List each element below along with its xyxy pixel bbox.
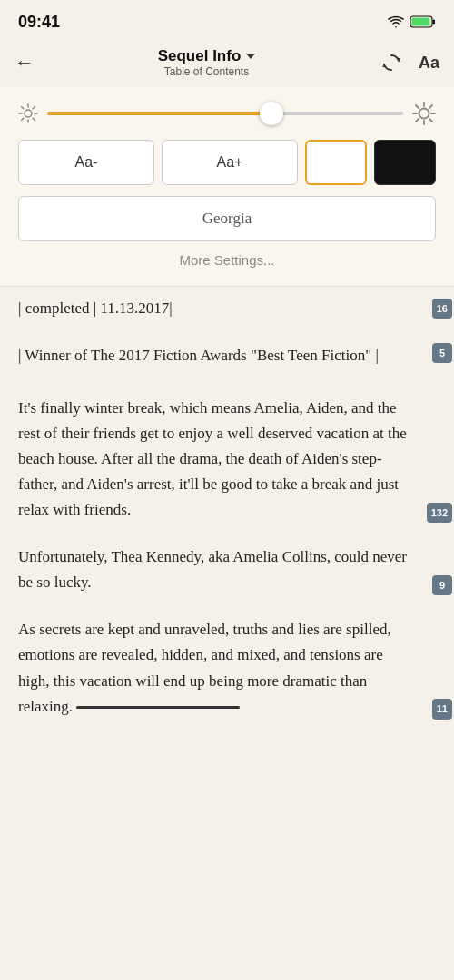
comment-badge-11[interactable]: 11 [432, 699, 452, 719]
svg-rect-1 [433, 20, 436, 24]
brightness-low-icon [18, 103, 38, 123]
svg-point-3 [25, 110, 32, 117]
svg-line-10 [33, 107, 35, 109]
svg-line-9 [33, 118, 35, 120]
brightness-slider-thumb[interactable] [260, 102, 283, 125]
reading-progress-underline [76, 706, 240, 709]
theme-black-button[interactable] [374, 140, 436, 185]
settings-panel: Aa- Aa+ Georgia More Settings... [0, 87, 454, 287]
brightness-row [18, 102, 436, 125]
nav-right: Aa [379, 50, 439, 75]
para-secrets: As secrets are kept and unraveled, truth… [18, 617, 436, 719]
font-settings-button[interactable]: Aa [419, 54, 439, 73]
chevron-down-icon[interactable] [246, 54, 255, 59]
status-time: 09:41 [18, 13, 60, 32]
more-settings-button[interactable]: More Settings... [18, 252, 436, 268]
nav-bar: ← Sequel Info Table of Contents Aa [0, 40, 454, 87]
status-bar: 09:41 [0, 0, 454, 40]
para-winner: | Winner of The 2017 Fiction Awards "Bes… [18, 343, 436, 368]
para-unfortunately: Unfortunately, Thea Kennedy, aka Amelia … [18, 544, 436, 595]
svg-rect-2 [412, 18, 430, 26]
svg-point-12 [419, 109, 429, 119]
font-selector[interactable]: Georgia [18, 196, 436, 241]
comment-badge-5[interactable]: 5 [432, 343, 452, 363]
svg-line-17 [416, 105, 419, 108]
back-button[interactable]: ← [15, 51, 35, 74]
battery-icon [410, 15, 436, 28]
comment-badge-132[interactable]: 132 [427, 503, 452, 523]
comment-badge-9[interactable]: 9 [432, 575, 452, 595]
para-winter-break: It's finally winter break, which means A… [18, 396, 436, 523]
nav-title-group: Sequel Info Table of Contents [158, 47, 256, 78]
nav-title: Sequel Info [158, 47, 256, 65]
para-completed: | completed | 11.13.2017| 16 [18, 296, 436, 321]
font-decrease-button[interactable]: Aa- [18, 140, 154, 185]
svg-line-20 [416, 119, 419, 122]
book-content: | completed | 11.13.2017| 16 | Winner of… [0, 287, 454, 741]
svg-line-19 [429, 105, 432, 108]
svg-line-11 [22, 118, 24, 120]
svg-line-8 [22, 107, 24, 109]
brightness-slider-track[interactable] [47, 112, 403, 115]
wifi-icon [387, 15, 405, 28]
sync-icon[interactable] [379, 50, 404, 75]
status-icons [387, 15, 436, 28]
font-size-row: Aa- Aa+ [18, 140, 436, 185]
brightness-high-icon [412, 102, 436, 125]
font-increase-button[interactable]: Aa+ [162, 140, 298, 185]
svg-line-18 [429, 119, 432, 122]
nav-subtitle: Table of Contents [164, 65, 249, 78]
comment-badge-16[interactable]: 16 [432, 299, 452, 318]
font-selector-label: Georgia [202, 210, 252, 228]
theme-white-button[interactable] [305, 140, 367, 185]
